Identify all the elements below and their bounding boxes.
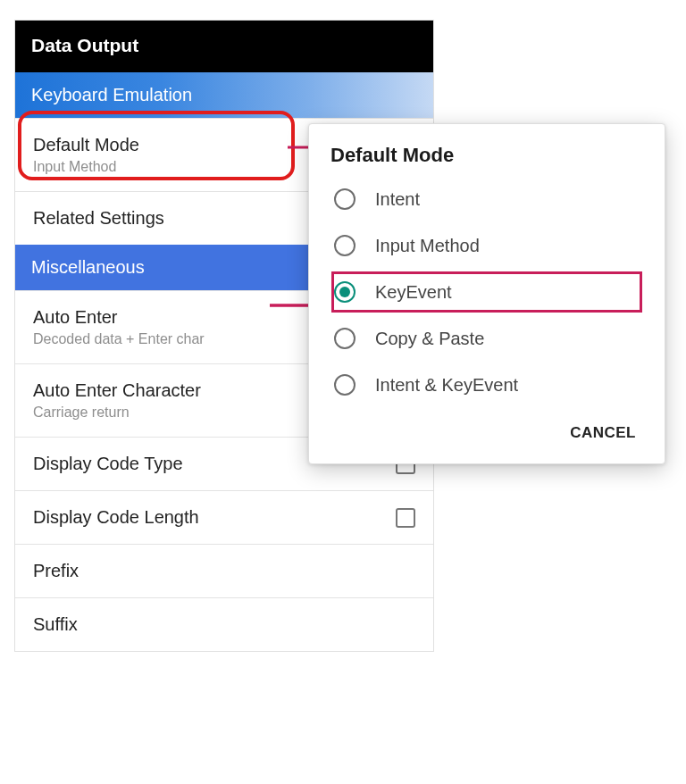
row-suffix-title: Suffix xyxy=(33,614,78,635)
option-label: KeyEvent xyxy=(375,282,452,303)
radio-icon xyxy=(334,235,356,256)
option-label: Input Method xyxy=(375,236,480,256)
dialog-default-mode: Default Mode Intent Input Method KeyEven… xyxy=(308,123,665,464)
row-default-mode-title: Default Mode xyxy=(33,135,139,155)
radio-selected-icon xyxy=(334,281,356,303)
radio-icon xyxy=(334,188,356,210)
radio-icon xyxy=(334,374,356,396)
option-keyevent[interactable]: KeyEvent xyxy=(329,269,645,315)
row-auto-enter-subtitle: Decoded data + Enter char xyxy=(33,331,205,347)
section-keyboard-header: Keyboard Emulation xyxy=(15,72,433,118)
option-input-method[interactable]: Input Method xyxy=(309,222,665,269)
dialog-actions: CANCEL xyxy=(309,408,665,458)
row-display-code-length[interactable]: Display Code Length xyxy=(15,490,433,544)
row-display-code-length-title: Display Code Length xyxy=(33,507,199,528)
option-label: Intent & KeyEvent xyxy=(375,375,518,396)
row-related-settings-title: Related Settings xyxy=(33,208,164,229)
dialog-title: Default Mode xyxy=(309,140,665,176)
checkbox-display-code-length[interactable] xyxy=(396,508,415,528)
option-intent[interactable]: Intent xyxy=(309,176,665,222)
row-auto-enter-title: Auto Enter xyxy=(33,307,205,328)
cancel-button[interactable]: CANCEL xyxy=(566,417,640,449)
option-label: Intent xyxy=(375,189,420,210)
page-title: Data Output xyxy=(15,21,433,72)
option-intent-keyevent[interactable]: Intent & KeyEvent xyxy=(309,362,665,408)
option-copy-paste[interactable]: Copy & Paste xyxy=(309,315,665,362)
row-default-mode-subtitle: Input Method xyxy=(33,159,139,175)
row-prefix-title: Prefix xyxy=(33,561,79,581)
row-auto-enter-char-subtitle: Carriage return xyxy=(33,405,201,421)
option-label: Copy & Paste xyxy=(375,329,484,349)
row-display-code-type-title: Display Code Type xyxy=(33,454,183,474)
row-auto-enter-char-title: Auto Enter Character xyxy=(33,380,201,401)
row-prefix[interactable]: Prefix xyxy=(15,544,433,597)
radio-icon xyxy=(334,328,356,349)
row-suffix[interactable]: Suffix xyxy=(15,597,433,651)
